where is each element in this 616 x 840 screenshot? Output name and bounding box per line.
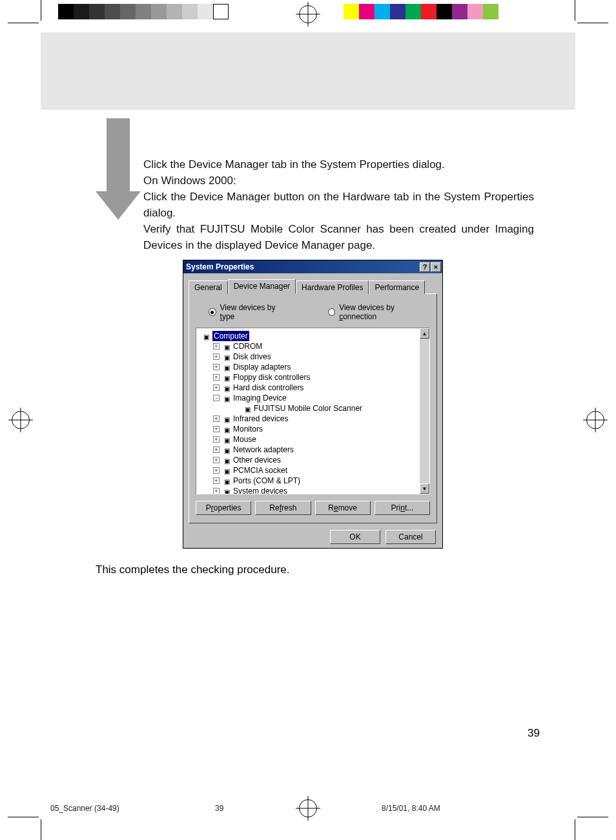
- tree-item[interactable]: -▣Imaging Device: [198, 393, 418, 403]
- tree-item[interactable]: ▣Computer: [198, 331, 418, 341]
- radio-icon: [209, 308, 216, 316]
- registration-mark-icon: [12, 411, 30, 429]
- tree-item[interactable]: +▣Hard disk controllers: [198, 383, 418, 393]
- tree-item-label: System devices: [233, 486, 287, 494]
- tab-performance[interactable]: Performance: [369, 280, 425, 294]
- tree-item[interactable]: +▣Other devices: [198, 455, 418, 465]
- tree-item[interactable]: +▣Network adapters: [198, 445, 418, 455]
- device-icon: ▣: [222, 363, 231, 371]
- expand-icon[interactable]: +: [213, 364, 220, 370]
- properties-button[interactable]: Properties: [196, 501, 251, 515]
- device-icon: ▣: [222, 342, 231, 350]
- footer-file: 05_Scanner (34-49): [50, 804, 215, 813]
- tree-item-label: Monitors: [233, 424, 263, 434]
- footer-page: 39: [215, 804, 382, 813]
- device-icon: ▣: [222, 353, 231, 361]
- crop-mark: [577, 817, 608, 817]
- radio-view-by-connection[interactable]: View devices by connection: [328, 303, 430, 321]
- expand-icon[interactable]: +: [213, 374, 220, 381]
- registration-mark-icon: [299, 5, 317, 23]
- tree-item-label: Disk drives: [233, 352, 271, 362]
- tree-item[interactable]: +▣Monitors: [198, 424, 418, 434]
- tree-item[interactable]: +▣CDROM: [198, 341, 418, 352]
- tree-item[interactable]: +▣Display adapters: [198, 362, 418, 372]
- tree-item-label: Floppy disk controllers: [233, 372, 310, 383]
- tree-item-label: Other devices: [233, 455, 281, 465]
- expand-icon[interactable]: +: [213, 436, 220, 443]
- tree-item[interactable]: +▣Ports (COM & LPT): [198, 476, 418, 486]
- tab-hardware-profiles[interactable]: Hardware Profiles: [296, 280, 369, 294]
- device-icon: ▣: [222, 456, 231, 464]
- scrollbar[interactable]: ▲ ▼: [419, 328, 429, 494]
- crop-mark: [575, 819, 575, 840]
- tree-item-label: FUJITSU Mobile Color Scanner: [254, 403, 362, 414]
- crop-mark: [41, 0, 41, 21]
- expand-icon[interactable]: +: [213, 426, 220, 432]
- instruction-line: Verify that FUJITSU Mobile Color Scanner…: [143, 221, 534, 253]
- remove-button[interactable]: Remove: [315, 501, 371, 515]
- instruction-line: On Windows 2000:: [143, 173, 534, 189]
- tree-item-label: PCMCIA socket: [233, 465, 287, 476]
- tab-device-manager[interactable]: Device Manager: [228, 279, 296, 294]
- tree-item-label: Infrared devices: [233, 414, 288, 424]
- expand-icon[interactable]: +: [213, 446, 220, 453]
- tree-item-label: CDROM: [233, 341, 262, 352]
- expand-icon[interactable]: +: [213, 415, 220, 422]
- help-button[interactable]: ?: [420, 262, 430, 272]
- cancel-button[interactable]: Cancel: [385, 530, 436, 544]
- tree-item-label: Network adapters: [233, 445, 294, 455]
- tree-item-label: Hard disk controllers: [233, 383, 303, 393]
- color-calibration-bar: [344, 4, 498, 19]
- expand-icon[interactable]: +: [213, 478, 220, 484]
- tab-panel: View devices by type View devices by con…: [189, 293, 437, 523]
- crop-mark: [575, 0, 575, 21]
- radio-view-by-type[interactable]: View devices by type: [209, 303, 289, 321]
- expand-icon[interactable]: +: [213, 384, 220, 391]
- expand-icon[interactable]: +: [213, 467, 220, 474]
- device-tree[interactable]: ▣Computer+▣CDROM+▣Disk drives+▣Display a…: [196, 328, 430, 494]
- tree-item[interactable]: +▣Disk drives: [198, 352, 418, 362]
- crop-mark: [8, 817, 39, 817]
- dialog-titlebar: System Properties ? ×: [183, 260, 442, 273]
- expand-icon[interactable]: +: [213, 343, 220, 350]
- tree-item[interactable]: +▣PCMCIA socket: [198, 465, 418, 476]
- ok-button[interactable]: OK: [330, 530, 380, 544]
- tree-item[interactable]: +▣Floppy disk controllers: [198, 372, 418, 383]
- grayscale-calibration-bar: [58, 4, 229, 19]
- tree-item-label: Display adapters: [233, 362, 291, 372]
- dialog-title: System Properties: [186, 262, 254, 271]
- expand-icon[interactable]: -: [213, 395, 220, 401]
- close-button[interactable]: ×: [431, 262, 441, 272]
- device-icon: ▣: [243, 404, 252, 412]
- expand-icon[interactable]: +: [213, 488, 220, 494]
- device-icon: ▣: [222, 415, 231, 423]
- expand-icon[interactable]: +: [213, 457, 220, 463]
- tree-item-label: Mouse: [233, 434, 256, 445]
- scroll-up-icon[interactable]: ▲: [420, 328, 429, 339]
- device-icon: ▣: [222, 373, 231, 381]
- tree-item[interactable]: ▣FUJITSU Mobile Color Scanner: [198, 403, 418, 414]
- instruction-line: Click the Device Manager button on the H…: [143, 189, 534, 221]
- scroll-down-icon[interactable]: ▼: [420, 483, 429, 494]
- device-icon: ▣: [222, 425, 231, 433]
- instruction-line: Click the Device Manager tab in the Syst…: [143, 156, 534, 173]
- tree-item-label: Computer: [212, 331, 249, 341]
- tree-item[interactable]: +▣System devices: [198, 486, 418, 494]
- instruction-text: Click the Device Manager tab in the Syst…: [143, 156, 534, 253]
- tree-item[interactable]: +▣Mouse: [198, 434, 418, 445]
- tab-general[interactable]: General: [189, 280, 228, 294]
- print-button[interactable]: Print...: [375, 501, 430, 515]
- device-icon: ▣: [222, 384, 231, 392]
- page-number: 39: [528, 727, 540, 740]
- tree-item-label: Ports (COM & LPT): [233, 476, 300, 486]
- radio-icon: [328, 308, 336, 316]
- tree-item-label: Imaging Device: [233, 393, 287, 403]
- tree-item[interactable]: +▣Infrared devices: [198, 414, 418, 424]
- expand-icon[interactable]: +: [213, 353, 220, 360]
- page-header-block: [41, 32, 575, 110]
- device-icon: ▣: [222, 394, 231, 402]
- refresh-button[interactable]: Refresh: [255, 501, 311, 515]
- device-icon: ▣: [201, 332, 210, 340]
- print-footer: 05_Scanner (34-49) 39 8/15/01, 8:40 AM: [50, 804, 567, 813]
- device-icon: ▣: [222, 487, 231, 494]
